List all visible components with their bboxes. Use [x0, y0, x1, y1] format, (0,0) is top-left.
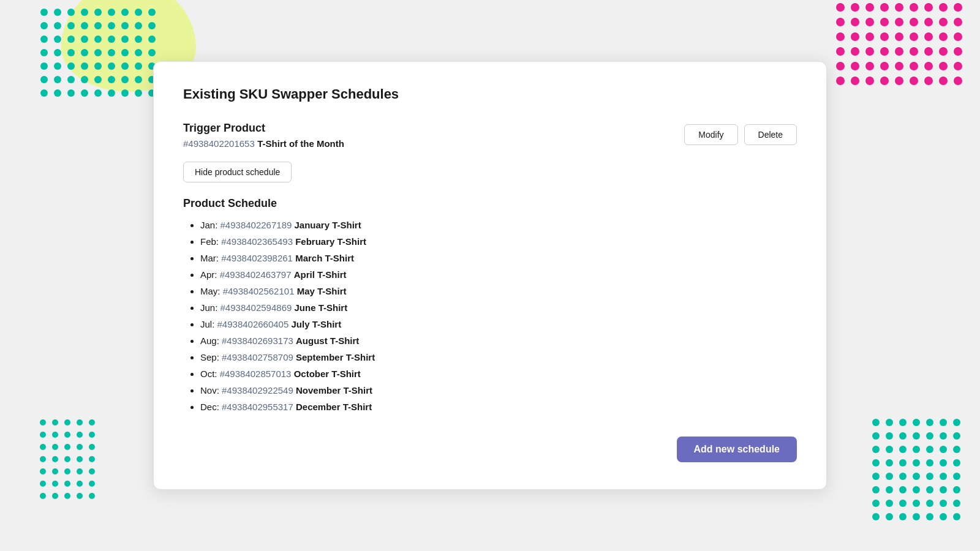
svg-point-113 [910, 77, 918, 85]
svg-point-51 [121, 76, 129, 83]
svg-point-93 [880, 47, 889, 56]
sku-id: #4938402463797 [220, 269, 292, 280]
svg-point-72 [836, 18, 845, 26]
svg-point-118 [886, 419, 893, 426]
svg-point-68 [910, 3, 918, 12]
svg-point-171 [940, 513, 947, 520]
trigger-product-line: #4938402201653 T-Shirt of the Month [183, 138, 344, 149]
schedule-item: May: #4938402562101 May T-Shirt [200, 286, 797, 296]
hide-schedule-button[interactable]: Hide product schedule [183, 162, 292, 182]
svg-point-190 [64, 456, 70, 462]
schedule-item: Jul: #4938402660405 July T-Shirt [200, 319, 797, 329]
svg-point-22 [94, 36, 102, 43]
trigger-section: Trigger Product #4938402201653 T-Shirt o… [183, 122, 797, 149]
svg-point-77 [910, 18, 918, 26]
svg-point-27 [40, 49, 48, 56]
svg-point-117 [872, 419, 880, 426]
svg-point-107 [954, 62, 962, 70]
month-label: Oct: [200, 369, 220, 379]
modify-button[interactable]: Modify [684, 124, 737, 145]
svg-point-99 [836, 62, 845, 70]
svg-point-75 [880, 18, 889, 26]
svg-point-35 [148, 49, 156, 56]
page-title: Existing SKU Swapper Schedules [183, 86, 797, 102]
month-label: Nov: [200, 385, 222, 395]
month-label: Sep: [200, 352, 222, 362]
svg-point-189 [52, 456, 58, 462]
svg-point-136 [940, 446, 947, 453]
svg-point-79 [939, 18, 948, 26]
delete-button[interactable]: Delete [744, 124, 797, 145]
month-label: Mar: [200, 253, 221, 263]
schedule-title: Product Schedule [183, 197, 797, 210]
svg-point-109 [851, 77, 859, 85]
svg-point-39 [81, 62, 88, 70]
sku-id: #4938402365493 [221, 236, 293, 247]
sku-name: August T-Shirt [296, 335, 359, 346]
svg-point-103 [895, 62, 903, 70]
svg-point-187 [89, 444, 95, 450]
svg-point-137 [953, 446, 960, 453]
svg-point-16 [135, 22, 142, 29]
svg-point-73 [851, 18, 859, 26]
svg-point-76 [895, 18, 903, 26]
svg-point-95 [910, 47, 918, 56]
svg-point-67 [895, 3, 903, 12]
svg-point-20 [67, 36, 75, 43]
svg-point-120 [913, 419, 920, 426]
svg-point-127 [913, 432, 920, 440]
svg-point-158 [953, 486, 960, 493]
svg-point-102 [880, 62, 889, 70]
svg-point-30 [81, 49, 88, 56]
svg-point-70 [939, 3, 948, 12]
schedule-item: Aug: #4938402693173 August T-Shirt [200, 335, 797, 346]
svg-point-203 [40, 493, 46, 499]
schedule-item: Feb: #4938402365493 February T-Shirt [200, 236, 797, 247]
svg-point-92 [865, 47, 874, 56]
svg-point-106 [939, 62, 948, 70]
svg-point-5 [108, 9, 115, 16]
svg-point-55 [54, 89, 61, 97]
svg-point-183 [40, 444, 46, 450]
svg-point-182 [89, 432, 95, 438]
svg-point-130 [953, 432, 960, 440]
svg-point-38 [67, 62, 75, 70]
svg-point-173 [40, 419, 46, 425]
svg-point-205 [64, 493, 70, 499]
svg-point-52 [135, 76, 142, 83]
svg-point-153 [886, 486, 893, 493]
svg-point-140 [899, 459, 907, 467]
svg-point-207 [89, 493, 95, 499]
svg-point-154 [899, 486, 907, 493]
svg-point-36 [40, 62, 48, 70]
svg-point-116 [954, 77, 962, 85]
svg-point-162 [913, 500, 920, 507]
svg-point-0 [40, 9, 48, 16]
trigger-label: Trigger Product [183, 122, 344, 135]
svg-point-86 [910, 32, 918, 41]
svg-point-135 [926, 446, 933, 453]
sku-id: #4938402562101 [223, 286, 295, 296]
add-schedule-button[interactable]: Add new schedule [677, 437, 797, 462]
svg-point-97 [939, 47, 948, 56]
svg-point-179 [52, 432, 58, 438]
svg-point-24 [121, 36, 129, 43]
svg-point-54 [40, 89, 48, 97]
svg-point-80 [954, 18, 962, 26]
svg-point-144 [953, 459, 960, 467]
schedule-item: Dec: #4938402955317 December T-Shirt [200, 402, 797, 412]
sku-name: September T-Shirt [296, 352, 375, 362]
svg-point-85 [895, 32, 903, 41]
dots-teal-bottomleft [37, 416, 110, 527]
sku-name: May T-Shirt [297, 286, 347, 296]
svg-point-157 [940, 486, 947, 493]
svg-point-90 [836, 47, 845, 56]
month-label: Apr: [200, 269, 220, 280]
month-label: Jul: [200, 319, 217, 329]
svg-point-170 [926, 513, 933, 520]
svg-point-33 [121, 49, 129, 56]
sku-name: January T-Shirt [295, 220, 361, 230]
month-label: Jan: [200, 220, 221, 230]
svg-point-160 [886, 500, 893, 507]
sku-id: #4938402267189 [221, 220, 292, 230]
